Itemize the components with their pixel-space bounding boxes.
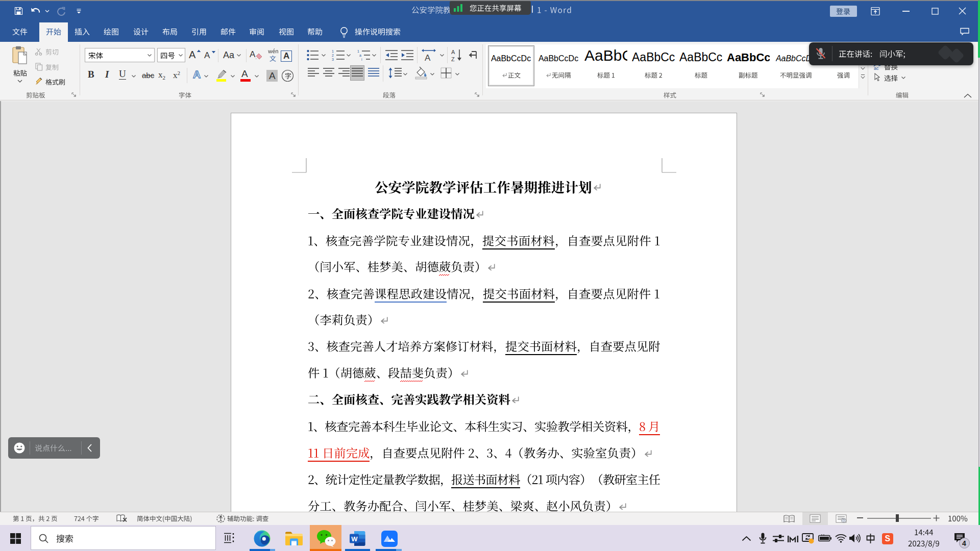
svg-text:ac: ac <box>874 66 879 70</box>
svg-text:A: A <box>425 53 431 62</box>
svg-text:A: A <box>451 49 455 55</box>
svg-text:1: 1 <box>332 49 334 53</box>
svg-text:1: 1 <box>357 49 359 53</box>
svg-text:3: 3 <box>332 58 334 61</box>
svg-text:Z: Z <box>451 56 455 62</box>
svg-text:i: i <box>361 58 362 61</box>
svg-text:2: 2 <box>332 54 334 57</box>
svg-text:W: W <box>351 535 358 543</box>
svg-text:a: a <box>359 54 361 57</box>
